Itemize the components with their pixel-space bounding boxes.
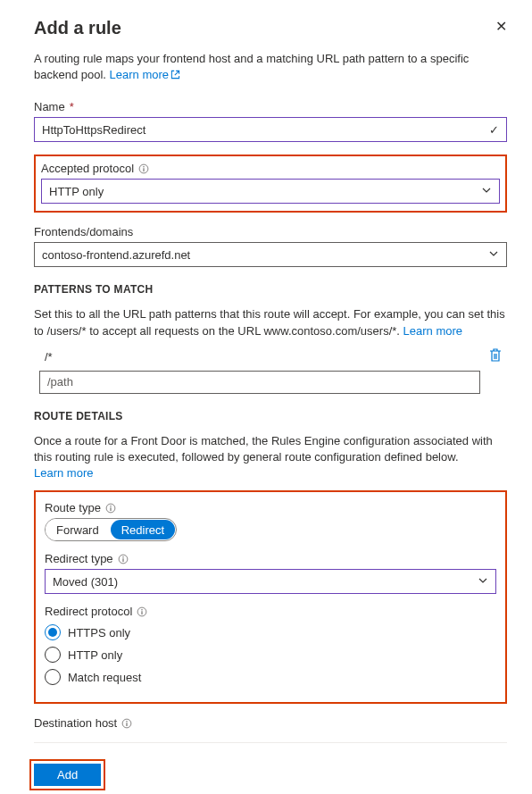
radio-match-request[interactable]: Match request: [45, 669, 496, 685]
frontends-label: Frontends/domains: [34, 225, 507, 238]
close-icon[interactable]: ✕: [495, 18, 507, 35]
pattern-row: /*: [34, 348, 507, 365]
add-button-highlight: Add: [29, 759, 105, 790]
accepted-protocol-value: HTTP only: [49, 185, 104, 198]
route-learn-more-link[interactable]: Learn more: [34, 466, 93, 480]
pattern-input[interactable]: [39, 371, 480, 394]
radio-https-only[interactable]: HTTPS only: [45, 624, 496, 640]
chevron-down-icon: [488, 248, 499, 261]
route-type-toggle[interactable]: Forward Redirect: [45, 518, 177, 541]
redirect-type-dropdown[interactable]: Moved (301): [45, 569, 496, 594]
name-label: Name *: [34, 100, 507, 113]
svg-point-10: [142, 609, 143, 610]
redirect-protocol-label: Redirect protocol: [45, 605, 496, 618]
route-help: Once a route for a Front Door is matched…: [34, 433, 507, 482]
route-type-redirect[interactable]: Redirect: [111, 520, 175, 539]
accepted-protocol-label: Accepted protocol: [41, 162, 500, 175]
frontends-dropdown[interactable]: contoso-frontend.azurefd.net: [34, 242, 507, 267]
info-icon[interactable]: [121, 718, 132, 729]
radio-label: Match request: [68, 671, 141, 684]
redirect-type-label: Redirect type: [45, 552, 496, 565]
svg-rect-8: [122, 558, 123, 562]
radio-http-only[interactable]: HTTP only: [45, 647, 496, 663]
intro-text: A routing rule maps your frontend host a…: [34, 51, 507, 84]
accepted-protocol-highlight: Accepted protocol HTTP only: [34, 155, 507, 213]
intro-learn-more-link[interactable]: Learn more: [110, 68, 180, 81]
trash-icon[interactable]: [489, 348, 502, 365]
chevron-down-icon: [478, 575, 488, 588]
route-details-highlight: Route type Forward Redirect Redirect typ…: [34, 490, 507, 704]
chevron-down-icon: [481, 185, 492, 197]
add-button[interactable]: Add: [34, 764, 101, 786]
redirect-type-value: Moved (301): [53, 575, 118, 589]
route-type-label: Route type: [45, 501, 496, 514]
svg-rect-2: [144, 168, 145, 171]
patterns-help: Set this to all the URL path patterns th…: [34, 306, 507, 338]
external-link-icon: [170, 68, 180, 84]
svg-point-4: [110, 506, 111, 506]
radio-icon: [45, 669, 61, 685]
route-type-forward[interactable]: Forward: [46, 519, 110, 540]
radio-icon: [45, 647, 61, 663]
info-icon[interactable]: [105, 503, 116, 514]
patterns-section-header: PATTERNS TO MATCH: [34, 283, 507, 296]
svg-rect-5: [110, 507, 111, 511]
svg-rect-14: [127, 723, 128, 726]
divider: [34, 742, 507, 743]
svg-point-1: [143, 166, 144, 167]
svg-point-7: [122, 556, 123, 557]
name-value: HttpToHttpsRedirect: [42, 123, 145, 137]
patterns-learn-more-link[interactable]: Learn more: [403, 324, 462, 338]
frontends-value: contoso-frontend.azurefd.net: [42, 248, 190, 262]
intro-copy: A routing rule maps your frontend host a…: [34, 52, 469, 81]
radio-label: HTTPS only: [68, 626, 130, 639]
info-icon[interactable]: [137, 606, 147, 617]
accepted-protocol-dropdown[interactable]: HTTP only: [41, 179, 500, 204]
info-icon[interactable]: [118, 554, 129, 564]
radio-icon: [45, 624, 61, 640]
radio-label: HTTP only: [68, 648, 122, 662]
checkmark-icon: ✓: [489, 123, 499, 137]
panel-title: Add a rule: [34, 18, 121, 38]
svg-point-13: [127, 721, 128, 722]
name-input[interactable]: HttpToHttpsRedirect ✓: [34, 117, 507, 142]
route-section-header: ROUTE DETAILS: [34, 410, 507, 422]
info-icon[interactable]: [138, 163, 149, 174]
destination-host-label: Destination host: [34, 716, 507, 730]
svg-rect-11: [142, 611, 143, 614]
pattern-value: /*: [45, 350, 482, 364]
